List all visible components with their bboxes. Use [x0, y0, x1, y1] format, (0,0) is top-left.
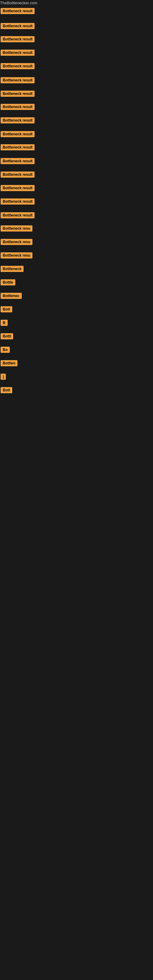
bottleneck-result-item-7: Bottleneck result [1, 91, 35, 98]
bottleneck-label-23: Bott [1, 306, 12, 312]
bottleneck-result-item-2: Bottleneck result [1, 23, 35, 30]
bottleneck-result-item-13: Bottleneck result [1, 172, 35, 179]
bottleneck-result-item-1: Bottleneck result [1, 8, 35, 15]
bottleneck-label-18: Bottleneck resu [1, 239, 32, 245]
bottleneck-label-2: Bottleneck result [1, 23, 35, 29]
bottleneck-label-21: Bottle [1, 279, 15, 285]
bottleneck-label-8: Bottleneck result [1, 104, 35, 110]
bottleneck-result-item-22: Bottlenec [1, 293, 22, 300]
bottleneck-result-item-21: Bottle [1, 279, 15, 286]
bottleneck-label-27: Bottlen [1, 360, 18, 366]
bottleneck-result-item-4: Bottleneck result [1, 49, 35, 57]
bottleneck-label-13: Bottleneck result [1, 172, 35, 178]
bottleneck-label-17: Bottleneck resu [1, 225, 32, 232]
bottleneck-label-6: Bottleneck result [1, 77, 35, 83]
bottleneck-result-item-19: Bottleneck resu [1, 252, 32, 260]
bottleneck-result-item-20: Bottleneck [1, 266, 24, 273]
bottleneck-result-item-5: Bottleneck result [1, 63, 35, 70]
bottleneck-result-item-17: Bottleneck resu [1, 225, 32, 233]
bottleneck-result-item-12: Bottleneck result [1, 158, 35, 165]
bottleneck-result-item-18: Bottleneck resu [1, 239, 32, 246]
bottleneck-result-item-8: Bottleneck result [1, 104, 35, 111]
bottleneck-label-15: Bottleneck result [1, 199, 35, 205]
bottleneck-label-5: Bottleneck result [1, 63, 35, 69]
bottleneck-label-20: Bottleneck [1, 266, 24, 272]
bottleneck-label-29: Bott [1, 387, 12, 393]
bottleneck-result-item-3: Bottleneck result [1, 36, 35, 43]
bottleneck-label-26: Bo [1, 347, 10, 353]
bottleneck-result-item-25: Bottl [1, 333, 13, 340]
bottleneck-result-item-10: Bottleneck result [1, 131, 35, 138]
bottleneck-label-28: | [1, 374, 6, 380]
bottleneck-label-9: Bottleneck result [1, 117, 35, 123]
bottleneck-result-item-28: | [1, 374, 6, 381]
bottleneck-label-7: Bottleneck result [1, 91, 35, 97]
bottleneck-label-12: Bottleneck result [1, 158, 35, 164]
bottleneck-result-item-14: Bottleneck result [1, 185, 35, 192]
bottleneck-label-11: Bottleneck result [1, 144, 35, 150]
bottleneck-label-4: Bottleneck result [1, 49, 35, 56]
bottleneck-label-24: B [1, 320, 8, 326]
bottleneck-result-item-23: Bott [1, 306, 12, 313]
bottleneck-label-10: Bottleneck result [1, 131, 35, 137]
bottleneck-result-item-15: Bottleneck result [1, 199, 35, 206]
bottleneck-result-item-6: Bottleneck result [1, 77, 35, 84]
bottleneck-label-19: Bottleneck resu [1, 252, 32, 258]
bottleneck-label-25: Bottl [1, 333, 13, 339]
bottleneck-result-item-27: Bottlen [1, 360, 18, 368]
bottleneck-result-item-29: Bott [1, 387, 12, 395]
bottleneck-result-item-9: Bottleneck result [1, 117, 35, 125]
bottleneck-label-14: Bottleneck result [1, 185, 35, 191]
bottleneck-label-1: Bottleneck result [1, 8, 35, 14]
site-header: TheBottlenecker.com [0, 0, 153, 5]
bottleneck-label-3: Bottleneck result [1, 36, 35, 42]
bottleneck-result-item-26: Bo [1, 347, 10, 354]
bottleneck-result-item-16: Bottleneck result [1, 212, 35, 220]
bottleneck-label-16: Bottleneck result [1, 212, 35, 218]
bottleneck-result-item-24: B [1, 320, 8, 327]
bottleneck-result-item-11: Bottleneck result [1, 144, 35, 151]
bottleneck-label-22: Bottlenec [1, 293, 22, 299]
